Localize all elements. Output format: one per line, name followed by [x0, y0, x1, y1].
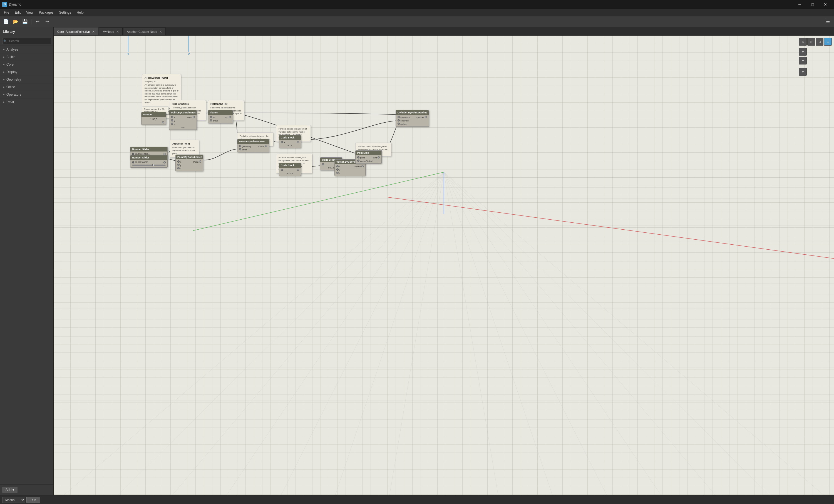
graph-canvas[interactable]: 1 2 ATTRACTOR POINT Scripting 101 An att… — [54, 36, 834, 495]
node-body: geometry double other — [237, 144, 269, 152]
sidebar-item-revit[interactable]: ▶ Revit — [0, 98, 53, 106]
tab-another-custom[interactable]: Another Custom Node ✕ — [123, 27, 166, 35]
input-port[interactable] — [398, 123, 400, 125]
input-port[interactable] — [177, 167, 180, 169]
perspective-button[interactable]: ◇ — [807, 38, 815, 46]
port-label: amt(l) — [210, 119, 219, 122]
node-cylinder[interactable]: Cylinder.ByPointsRadius startPoint Cylin… — [396, 110, 429, 127]
arrow-icon: ▶ — [3, 71, 5, 73]
output-port[interactable] — [163, 161, 166, 163]
sidebar-toggle-button[interactable]: ☰ — [824, 18, 832, 26]
output-port[interactable] — [265, 145, 267, 147]
add-button[interactable]: Add ▾ — [2, 487, 18, 493]
node-number[interactable]: Number 1,30,3 — [141, 112, 166, 125]
output-port[interactable] — [297, 169, 299, 171]
output-port[interactable] — [297, 141, 299, 143]
slider-thumb[interactable] — [152, 164, 154, 166]
input-port[interactable] — [357, 159, 359, 162]
menu-settings[interactable]: Settings — [57, 9, 74, 16]
tab-close-icon[interactable]: ✕ — [159, 30, 162, 34]
minimize-button[interactable]: ─ — [793, 0, 806, 9]
output-port[interactable] — [229, 116, 231, 118]
run-button[interactable]: Run — [26, 497, 40, 503]
toolbar: 📄 📂 💾 ↩ ↪ ☰ — [0, 16, 834, 27]
menu-view[interactable]: View — [23, 9, 36, 16]
input-port[interactable] — [398, 119, 400, 122]
main-area: Library ▶ Analyze ▶ Builtin ▶ Core ▶ Dis… — [0, 27, 834, 495]
input-port[interactable] — [281, 141, 283, 143]
slider-track[interactable] — [132, 165, 166, 166]
search-input[interactable] — [2, 38, 51, 44]
input-port[interactable] — [336, 165, 338, 167]
tab-mynode[interactable]: MyNode ✕ — [99, 27, 123, 35]
input-port[interactable] — [210, 119, 212, 122]
output-port[interactable] — [163, 153, 166, 155]
node-port-row — [281, 169, 299, 172]
input-port[interactable] — [210, 116, 212, 118]
node-flatten[interactable]: Flatten list list amt(l) — [208, 110, 233, 124]
input-port[interactable] — [398, 116, 400, 118]
redo-button[interactable]: ↪ — [43, 18, 51, 26]
output-port[interactable] — [425, 116, 427, 118]
sidebar-item-label: Analyze — [6, 47, 18, 51]
fit-view-button[interactable]: + — [799, 68, 807, 75]
sidebar-item-builtin[interactable]: ▶ Builtin — [0, 53, 53, 61]
input-port[interactable] — [357, 156, 359, 158]
tab-close-icon[interactable]: ✕ — [116, 30, 119, 34]
port-label: vectorToAdd — [357, 159, 373, 162]
input-port[interactable] — [171, 119, 173, 122]
tab-attractor[interactable]: Core_AttractorPoint.dyn ✕ — [54, 27, 98, 35]
node-number-slider-2[interactable]: Number Slider 77.021100776... — [130, 155, 168, 168]
input-port[interactable] — [171, 123, 173, 125]
menu-edit[interactable]: Edit — [12, 9, 23, 16]
menubar: File Edit View Packages Settings Help — [0, 9, 834, 16]
node-code-block-3[interactable]: Code Block a/22.5; — [279, 163, 301, 176]
output-port[interactable] — [361, 165, 364, 167]
input-port[interactable] — [281, 169, 283, 171]
undo-button[interactable]: ↩ — [33, 18, 42, 26]
output-port[interactable] — [193, 116, 195, 118]
note-subtitle: Scripting 101 — [145, 80, 178, 83]
output-port[interactable] — [377, 156, 380, 158]
input-port[interactable] — [239, 148, 241, 150]
grid-toggle-button[interactable]: ⊟ — [816, 38, 824, 46]
home-view-button[interactable]: ⌂ — [799, 38, 807, 46]
tab-close-icon[interactable]: ✕ — [92, 30, 95, 34]
bottombar: Manual Automatic Periodic Run — [0, 495, 834, 504]
sidebar-item-operators[interactable]: ▶ Operators — [0, 91, 53, 98]
zoom-out-button[interactable]: − — [799, 57, 807, 65]
maximize-button[interactable]: □ — [806, 0, 819, 9]
node-point-by-coords-2[interactable]: Point.ByCoordinates x Point y z — [175, 155, 203, 171]
sidebar-item-geometry[interactable]: ▶ Geometry — [0, 76, 53, 83]
close-button[interactable]: ✕ — [819, 0, 832, 9]
view-toggle-button[interactable]: ⊞ — [824, 38, 832, 46]
save-button[interactable]: 💾 — [21, 18, 29, 26]
new-button[interactable]: 📄 — [2, 18, 10, 26]
input-port[interactable] — [177, 164, 180, 166]
sidebar-item-analyze[interactable]: ▶ Analyze — [0, 46, 53, 53]
input-port[interactable] — [171, 116, 173, 118]
sidebar-item-core[interactable]: ▶ Core — [0, 61, 53, 68]
open-button[interactable]: 📂 — [11, 18, 20, 26]
node-geometry-dist[interactable]: Geometry.DistanceTo geometry double othe… — [237, 139, 269, 152]
input-port[interactable] — [336, 169, 338, 171]
input-port[interactable] — [239, 145, 241, 147]
node-point-by-coords-1[interactable]: Point.ByCoordinates x Point y z Mid — [169, 110, 197, 130]
menu-file[interactable]: File — [1, 9, 12, 16]
menu-packages[interactable]: Packages — [36, 9, 57, 16]
marker-label-2: 2 — [188, 52, 190, 56]
output-port[interactable] — [162, 121, 164, 124]
menu-help[interactable]: Help — [74, 9, 86, 16]
sidebar-item-office[interactable]: ▶ Office — [0, 83, 53, 91]
sidebar-item-display[interactable]: ▶ Display — [0, 68, 53, 76]
run-mode-select[interactable]: Manual Automatic Periodic — [2, 497, 25, 503]
sidebar-header: Library — [0, 27, 53, 36]
input-port[interactable] — [322, 163, 324, 166]
input-port[interactable] — [336, 172, 338, 174]
input-port[interactable] — [177, 160, 180, 162]
zoom-in-button[interactable]: + — [799, 48, 807, 56]
node-code-block-1[interactable]: Code Block a a/15; — [279, 135, 301, 148]
node-point-add[interactable]: Point.Add point Point vectorToAdd — [355, 150, 382, 164]
output-port[interactable] — [199, 160, 201, 162]
node-port-row: point Point — [357, 156, 380, 159]
